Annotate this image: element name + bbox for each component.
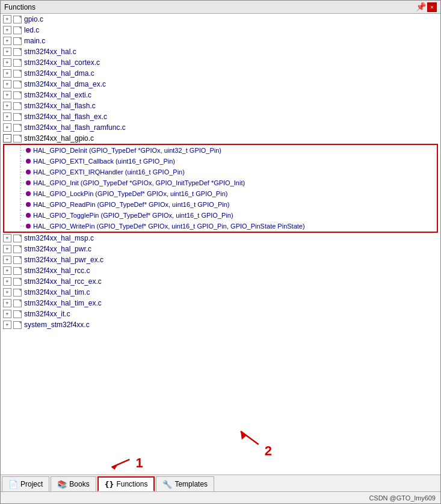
- file-icon-hal-gpio: [13, 134, 22, 143]
- function-dot-exti-callback: [26, 159, 31, 164]
- templates-icon: 🔧: [162, 480, 172, 489]
- item-label-hal-flash-ramfunc: stm32f4xx_hal_flash_ramfunc.c: [24, 123, 126, 132]
- function-label-lockpin: HAL_GPIO_LockPin (GPIO_TypeDef* GPIOx, u…: [33, 190, 227, 197]
- file-icon-hal-rcc: [13, 266, 22, 275]
- tree-item-hal-flash[interactable]: + stm32f4xx_hal_flash.c: [1, 100, 440, 111]
- function-item-deinit[interactable]: HAL_GPIO_DeInit (GPIO_TypeDef *GPIOx, ui…: [4, 145, 437, 156]
- expand-hal-msp[interactable]: +: [3, 234, 11, 242]
- item-label-system: system_stm32f4xx.c: [24, 321, 90, 329]
- function-dot-exti-irq: [26, 170, 31, 174]
- expand-hal-gpio[interactable]: −: [3, 134, 11, 143]
- expand-hal-c[interactable]: +: [3, 48, 11, 56]
- tab-templates[interactable]: 🔧 Templates: [156, 476, 214, 491]
- file-icon-hal-dma: [13, 69, 22, 78]
- function-item-init[interactable]: HAL_GPIO_Init (GPIO_TypeDef *GPIOx, GPIO…: [4, 177, 437, 188]
- function-label-init: HAL_GPIO_Init (GPIO_TypeDef *GPIOx, GPIO…: [33, 179, 245, 186]
- svg-marker-17: [111, 464, 118, 470]
- function-label-deinit: HAL_GPIO_DeInit (GPIO_TypeDef *GPIOx, ui…: [33, 147, 221, 154]
- tab-functions[interactable]: {} Functions: [97, 476, 155, 491]
- function-item-exti-callback[interactable]: HAL_GPIO_EXTI_Callback (uint16_t GPIO_Pi…: [4, 156, 437, 167]
- function-dot-togglepin: [26, 213, 31, 218]
- expand-hal-rcc[interactable]: +: [3, 266, 11, 275]
- tree-item-hal-rcc-ex[interactable]: + stm32f4xx_hal_rcc_ex.c: [1, 276, 440, 287]
- books-icon: 📚: [57, 480, 67, 489]
- functions-highlighted-section: HAL_GPIO_DeInit (GPIO_TypeDef *GPIOx, ui…: [3, 144, 438, 233]
- tree-item-main-c[interactable]: + main.c: [1, 35, 440, 46]
- function-item-writepin[interactable]: HAL_GPIO_WritePin (GPIO_TypeDef* GPIOx, …: [4, 221, 437, 232]
- expand-hal-pwr[interactable]: +: [3, 245, 11, 253]
- tree-item-hal-pwr-ex[interactable]: + stm32f4xx_hal_pwr_ex.c: [1, 254, 440, 265]
- tree-item-system[interactable]: + system_stm32f4xx.c: [1, 319, 440, 330]
- tree-item-hal-flash-ramfunc[interactable]: + stm32f4xx_hal_flash_ramfunc.c: [1, 122, 440, 133]
- expand-hal-tim[interactable]: +: [3, 288, 11, 297]
- item-label-hal-rcc-ex: stm32f4xx_hal_rcc_ex.c: [24, 277, 102, 286]
- tree-item-hal-dma-ex[interactable]: + stm32f4xx_hal_dma_ex.c: [1, 79, 440, 90]
- tree-item-hal-rcc[interactable]: + stm32f4xx_hal_rcc.c: [1, 265, 440, 276]
- tree-item-it-c[interactable]: + stm32f4xx_it.c: [1, 309, 440, 319]
- tab-templates-label: Templates: [174, 480, 208, 488]
- expand-hal-cortex[interactable]: +: [3, 58, 11, 67]
- item-label-hal-cortex: stm32f4xx_hal_cortex.c: [24, 58, 100, 67]
- function-dot-deinit: [26, 148, 31, 153]
- expand-hal-flash-ex[interactable]: +: [3, 112, 11, 121]
- expand-gpio-c[interactable]: +: [3, 15, 11, 23]
- item-label-hal-c: stm32f4xx_hal.c: [24, 48, 76, 56]
- status-bar: CSDN @GTO_lmy609: [1, 491, 440, 503]
- tab-books-label: Books: [69, 480, 89, 488]
- tree-item-hal-exti[interactable]: + stm32f4xx_hal_exti.c: [1, 90, 440, 100]
- function-label-writepin: HAL_GPIO_WritePin (GPIO_TypeDef* GPIOx, …: [33, 223, 305, 230]
- expand-hal-dma[interactable]: +: [3, 69, 11, 78]
- project-icon: 📄: [8, 480, 18, 489]
- function-item-togglepin[interactable]: HAL_GPIO_TogglePin (GPIO_TypeDef* GPIOx,…: [4, 210, 437, 221]
- file-icon-hal-tim: [13, 288, 22, 297]
- expand-hal-exti[interactable]: +: [3, 91, 11, 99]
- window-title: Functions: [4, 3, 35, 11]
- expand-hal-rcc-ex[interactable]: +: [3, 277, 11, 286]
- tree-item-hal-tim-ex[interactable]: + stm32f4xx_hal_tim_ex.c: [1, 298, 440, 309]
- annotation-svg: 1 2: [1, 426, 440, 475]
- tree-item-hal-cortex[interactable]: + stm32f4xx_hal_cortex.c: [1, 57, 440, 68]
- expand-led-c[interactable]: +: [3, 26, 11, 34]
- expand-hal-pwr-ex[interactable]: +: [3, 256, 11, 264]
- file-icon-hal-dma-ex: [13, 80, 22, 88]
- tree-item-led-c[interactable]: + led.c: [1, 25, 440, 35]
- expand-it-c[interactable]: +: [3, 310, 11, 318]
- function-item-lockpin[interactable]: HAL_GPIO_LockPin (GPIO_TypeDef* GPIOx, u…: [4, 188, 437, 199]
- tree-container[interactable]: + gpio.c + led.c + main.c + stm32f4xx_ha…: [1, 14, 440, 426]
- tree-item-hal-dma[interactable]: + stm32f4xx_hal_dma.c: [1, 68, 440, 79]
- pin-icon[interactable]: 📌: [416, 2, 426, 12]
- file-icon-hal-flash: [13, 102, 22, 110]
- tab-functions-label: Functions: [116, 480, 147, 488]
- tree-item-hal-tim[interactable]: + stm32f4xx_hal_tim.c: [1, 287, 440, 298]
- expand-hal-flash[interactable]: +: [3, 102, 11, 110]
- item-label-hal-exti: stm32f4xx_hal_exti.c: [24, 91, 91, 99]
- tree-item-hal-gpio-expanded[interactable]: − stm32f4xx_hal_gpio.c: [1, 133, 440, 144]
- item-label-it-c: stm32f4xx_it.c: [24, 310, 70, 318]
- tree-item-hal-msp[interactable]: + stm32f4xx_hal_msp.c: [1, 233, 440, 244]
- expand-system[interactable]: +: [3, 321, 11, 329]
- file-icon-hal-tim-ex: [13, 299, 22, 307]
- tab-books[interactable]: 📚 Books: [51, 476, 96, 491]
- tab-project[interactable]: 📄 Project: [2, 476, 49, 491]
- function-dot-lockpin: [26, 191, 31, 196]
- file-icon-it-c: [13, 310, 22, 318]
- expand-hal-tim-ex[interactable]: +: [3, 299, 11, 307]
- tree-item-hal-flash-ex[interactable]: + stm32f4xx_hal_flash_ex.c: [1, 111, 440, 122]
- tree-item-hal-pwr[interactable]: + stm32f4xx_hal_pwr.c: [1, 244, 440, 254]
- function-label-togglepin: HAL_GPIO_TogglePin (GPIO_TypeDef* GPIOx,…: [33, 212, 233, 219]
- function-dot-init: [26, 180, 31, 185]
- expand-hal-flash-ramfunc[interactable]: +: [3, 123, 11, 132]
- function-dot-writepin: [26, 224, 31, 229]
- tree-item-gpio-c[interactable]: + gpio.c: [1, 14, 440, 25]
- expand-hal-dma-ex[interactable]: +: [3, 80, 11, 88]
- function-item-exti-irq[interactable]: HAL_GPIO_EXTI_IRQHandler (uint16_t GPIO_…: [4, 167, 437, 177]
- expand-main-c[interactable]: +: [3, 37, 11, 45]
- function-item-readpin[interactable]: HAL_GPIO_ReadPin (GPIO_TypeDef* GPIOx, u…: [4, 199, 437, 210]
- tree-item-hal-c[interactable]: + stm32f4xx_hal.c: [1, 46, 440, 57]
- title-bar-icons: 📌 ✕: [416, 2, 437, 12]
- file-icon-hal-msp: [13, 234, 22, 242]
- close-button[interactable]: ✕: [427, 2, 437, 12]
- item-label-hal-flash: stm32f4xx_hal_flash.c: [24, 102, 96, 110]
- file-icon-hal-pwr: [13, 245, 22, 253]
- svg-marker-20: [241, 431, 247, 440]
